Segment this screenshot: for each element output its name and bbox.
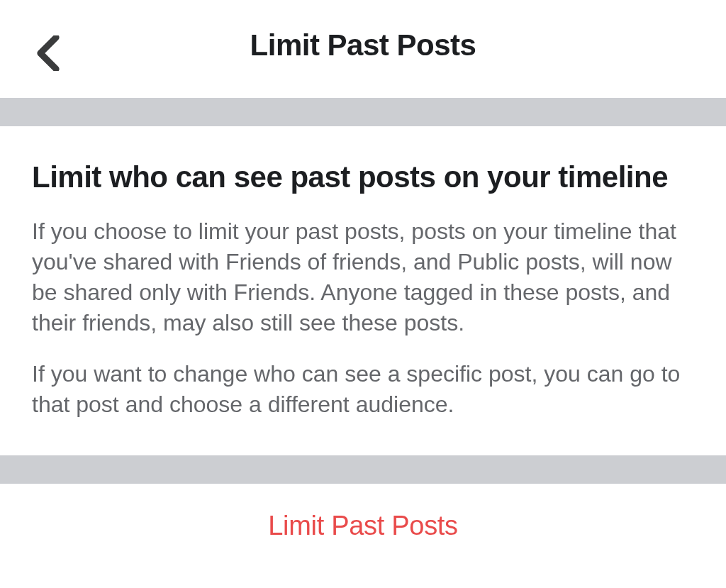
page-title: Limit Past Posts (35, 28, 691, 62)
limit-past-posts-button[interactable]: Limit Past Posts (268, 511, 458, 541)
section-divider (0, 98, 726, 126)
chevron-left-icon (35, 35, 61, 71)
section-divider (0, 455, 726, 484)
action-section: Limit Past Posts (0, 484, 726, 568)
header: Limit Past Posts (0, 0, 726, 98)
content-paragraph-2: If you want to change who can see a spec… (32, 359, 694, 420)
content-heading: Limit who can see past posts on your tim… (32, 158, 694, 196)
back-button[interactable] (35, 35, 61, 71)
content-section: Limit who can see past posts on your tim… (0, 126, 726, 455)
content-paragraph-1: If you choose to limit your past posts, … (32, 216, 694, 339)
